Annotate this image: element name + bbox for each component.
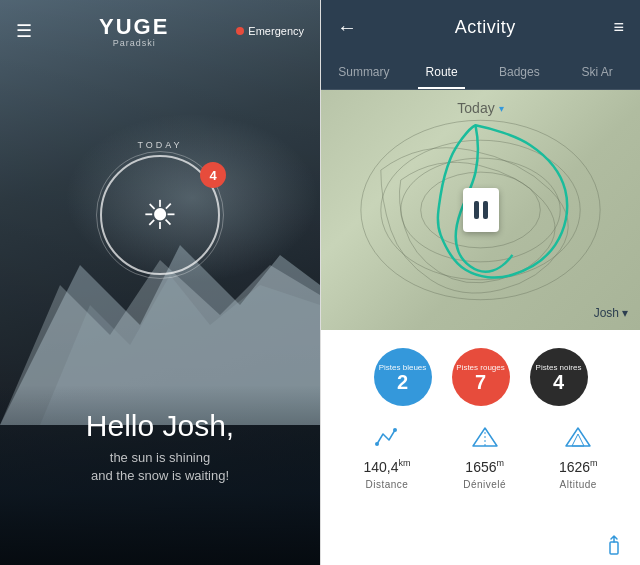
distance-value: 140,4km [363, 458, 410, 475]
sun-circle-container: ☀ 4 [100, 155, 220, 275]
user-label[interactable]: Josh ▾ [594, 306, 628, 320]
left-header: ☰ YUGE Paradski Emergency [0, 0, 320, 62]
left-panel: ☰ YUGE Paradski Emergency TODAY ☀ 4 Hell… [0, 0, 320, 565]
menu-icon[interactable]: ☰ [16, 20, 32, 42]
tab-route[interactable]: Route [403, 55, 481, 89]
svg-marker-12 [572, 434, 584, 446]
activity-title: Activity [455, 17, 516, 38]
distance-icon [373, 426, 401, 454]
pause-bar-right [483, 201, 488, 219]
hamburger-menu-icon[interactable]: ≡ [613, 17, 624, 38]
metric-denivele: 1656m Dénivelé [463, 426, 506, 490]
logo-title: YUGE [99, 14, 169, 40]
distance-label: Distance [365, 479, 408, 490]
altitude-label: Altitude [560, 479, 597, 490]
piste-rouges-count: 7 [475, 372, 486, 392]
metric-distance: 140,4km Distance [363, 426, 410, 490]
user-name: Josh [594, 306, 619, 320]
stats-area: Pistes bleues 2 Pistes rouges 7 Pistes n… [321, 330, 640, 526]
user-dropdown-icon: ▾ [622, 306, 628, 320]
today-label: TODAY [137, 140, 182, 150]
svg-marker-11 [566, 428, 590, 446]
altitude-value: 1626m [559, 458, 598, 475]
greeting-name: Hello Josh, [0, 409, 320, 443]
tab-summary[interactable]: Summary [325, 55, 403, 89]
logo-area: YUGE Paradski [99, 14, 169, 48]
sun-ring: ☀ 4 [100, 155, 220, 275]
emergency-dot [236, 27, 244, 35]
piste-bleues-count: 2 [397, 372, 408, 392]
metrics-row: 140,4km Distance 1656m Dénivelé [337, 426, 624, 490]
map-area: Today ▾ Josh ▾ [321, 90, 640, 330]
tabs-bar: Summary Route Badges Ski Ar [321, 55, 640, 90]
dropdown-arrow-icon: ▾ [499, 103, 504, 114]
pause-button-container[interactable] [463, 188, 499, 232]
logo-subtitle: Paradski [113, 38, 156, 48]
greeting-area: Hello Josh, the sun is shining and the s… [0, 409, 320, 485]
svg-point-8 [393, 428, 397, 432]
emergency-button[interactable]: Emergency [236, 25, 304, 37]
pause-bar-left [474, 201, 479, 219]
piste-bleues-badge: Pistes bleues 2 [374, 348, 432, 406]
sun-icon: ☀ [142, 195, 178, 235]
denivele-icon [471, 426, 499, 454]
today-text: Today [457, 100, 494, 116]
tab-badges[interactable]: Badges [481, 55, 559, 89]
denivele-label: Dénivelé [463, 479, 506, 490]
share-area [321, 526, 640, 565]
emergency-label: Emergency [248, 25, 304, 37]
piste-rouges-badge: Pistes rouges 7 [452, 348, 510, 406]
piste-noires-count: 4 [553, 372, 564, 392]
right-header: ← Activity ≡ [321, 0, 640, 55]
right-panel: ← Activity ≡ Summary Route Badges Ski Ar [320, 0, 640, 565]
tab-ski-area[interactable]: Ski Ar [558, 55, 636, 89]
today-dropdown[interactable]: Today ▾ [457, 100, 503, 116]
greeting-sub: the sun is shining and the snow is waiti… [0, 449, 320, 485]
back-button[interactable]: ← [337, 16, 357, 39]
metric-altitude: 1626m Altitude [559, 426, 598, 490]
share-button[interactable] [604, 534, 624, 561]
pause-button[interactable] [463, 188, 499, 232]
piste-row: Pistes bleues 2 Pistes rouges 7 Pistes n… [337, 348, 624, 406]
svg-point-7 [375, 442, 379, 446]
altitude-icon [564, 426, 592, 454]
svg-rect-13 [610, 542, 618, 554]
runs-badge: 4 [200, 162, 226, 188]
piste-noires-badge: Pistes noires 4 [530, 348, 588, 406]
denivele-value: 1656m [465, 458, 504, 475]
